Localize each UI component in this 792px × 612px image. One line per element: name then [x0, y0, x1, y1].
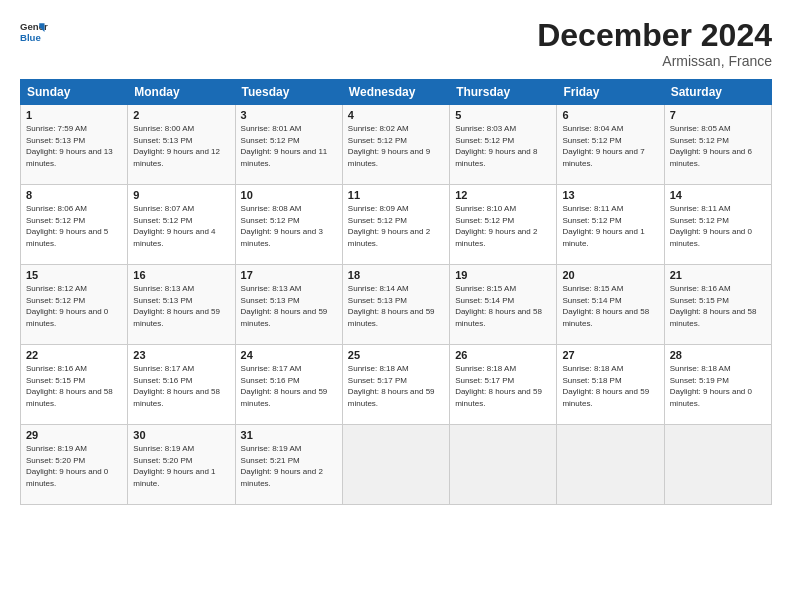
header-row: Sunday Monday Tuesday Wednesday Thursday…: [21, 80, 772, 105]
day-info: Sunrise: 8:09 AMSunset: 5:12 PMDaylight:…: [348, 203, 444, 249]
table-cell: [557, 425, 664, 505]
logo: General Blue: [20, 18, 48, 46]
day-number: 10: [241, 189, 337, 201]
table-cell: 22Sunrise: 8:16 AMSunset: 5:15 PMDayligh…: [21, 345, 128, 425]
day-info: Sunrise: 8:15 AMSunset: 5:14 PMDaylight:…: [455, 283, 551, 329]
month-title: December 2024: [537, 18, 772, 53]
day-info: Sunrise: 8:19 AMSunset: 5:20 PMDaylight:…: [26, 443, 122, 489]
day-number: 23: [133, 349, 229, 361]
day-number: 4: [348, 109, 444, 121]
day-number: 24: [241, 349, 337, 361]
col-friday: Friday: [557, 80, 664, 105]
table-cell: 31Sunrise: 8:19 AMSunset: 5:21 PMDayligh…: [235, 425, 342, 505]
table-cell: 27Sunrise: 8:18 AMSunset: 5:18 PMDayligh…: [557, 345, 664, 425]
table-cell: 15Sunrise: 8:12 AMSunset: 5:12 PMDayligh…: [21, 265, 128, 345]
day-info: Sunrise: 8:00 AMSunset: 5:13 PMDaylight:…: [133, 123, 229, 169]
day-number: 12: [455, 189, 551, 201]
table-cell: [342, 425, 449, 505]
day-number: 19: [455, 269, 551, 281]
table-cell: 2Sunrise: 8:00 AMSunset: 5:13 PMDaylight…: [128, 105, 235, 185]
day-number: 28: [670, 349, 766, 361]
col-thursday: Thursday: [450, 80, 557, 105]
table-cell: 19Sunrise: 8:15 AMSunset: 5:14 PMDayligh…: [450, 265, 557, 345]
title-block: December 2024 Armissan, France: [537, 18, 772, 69]
day-info: Sunrise: 8:02 AMSunset: 5:12 PMDaylight:…: [348, 123, 444, 169]
table-cell: 24Sunrise: 8:17 AMSunset: 5:16 PMDayligh…: [235, 345, 342, 425]
table-cell: 28Sunrise: 8:18 AMSunset: 5:19 PMDayligh…: [664, 345, 771, 425]
day-info: Sunrise: 8:13 AMSunset: 5:13 PMDaylight:…: [241, 283, 337, 329]
day-number: 11: [348, 189, 444, 201]
day-info: Sunrise: 8:16 AMSunset: 5:15 PMDaylight:…: [670, 283, 766, 329]
day-info: Sunrise: 8:10 AMSunset: 5:12 PMDaylight:…: [455, 203, 551, 249]
table-cell: [450, 425, 557, 505]
day-info: Sunrise: 8:08 AMSunset: 5:12 PMDaylight:…: [241, 203, 337, 249]
day-number: 2: [133, 109, 229, 121]
day-info: Sunrise: 8:18 AMSunset: 5:18 PMDaylight:…: [562, 363, 658, 409]
col-wednesday: Wednesday: [342, 80, 449, 105]
day-info: Sunrise: 8:14 AMSunset: 5:13 PMDaylight:…: [348, 283, 444, 329]
day-info: Sunrise: 8:15 AMSunset: 5:14 PMDaylight:…: [562, 283, 658, 329]
day-info: Sunrise: 8:11 AMSunset: 5:12 PMDaylight:…: [562, 203, 658, 249]
day-number: 15: [26, 269, 122, 281]
table-cell: 14Sunrise: 8:11 AMSunset: 5:12 PMDayligh…: [664, 185, 771, 265]
table-row: 8Sunrise: 8:06 AMSunset: 5:12 PMDaylight…: [21, 185, 772, 265]
day-info: Sunrise: 8:16 AMSunset: 5:15 PMDaylight:…: [26, 363, 122, 409]
day-number: 8: [26, 189, 122, 201]
day-number: 17: [241, 269, 337, 281]
table-cell: 17Sunrise: 8:13 AMSunset: 5:13 PMDayligh…: [235, 265, 342, 345]
day-info: Sunrise: 8:04 AMSunset: 5:12 PMDaylight:…: [562, 123, 658, 169]
day-info: Sunrise: 8:13 AMSunset: 5:13 PMDaylight:…: [133, 283, 229, 329]
day-number: 9: [133, 189, 229, 201]
table-cell: 5Sunrise: 8:03 AMSunset: 5:12 PMDaylight…: [450, 105, 557, 185]
table-cell: [664, 425, 771, 505]
table-cell: 13Sunrise: 8:11 AMSunset: 5:12 PMDayligh…: [557, 185, 664, 265]
day-number: 26: [455, 349, 551, 361]
day-info: Sunrise: 8:18 AMSunset: 5:17 PMDaylight:…: [348, 363, 444, 409]
day-info: Sunrise: 8:11 AMSunset: 5:12 PMDaylight:…: [670, 203, 766, 249]
table-cell: 4Sunrise: 8:02 AMSunset: 5:12 PMDaylight…: [342, 105, 449, 185]
table-cell: 10Sunrise: 8:08 AMSunset: 5:12 PMDayligh…: [235, 185, 342, 265]
day-number: 20: [562, 269, 658, 281]
table-cell: 7Sunrise: 8:05 AMSunset: 5:12 PMDaylight…: [664, 105, 771, 185]
day-info: Sunrise: 8:17 AMSunset: 5:16 PMDaylight:…: [241, 363, 337, 409]
day-info: Sunrise: 8:17 AMSunset: 5:16 PMDaylight:…: [133, 363, 229, 409]
table-cell: 11Sunrise: 8:09 AMSunset: 5:12 PMDayligh…: [342, 185, 449, 265]
day-number: 29: [26, 429, 122, 441]
table-row: 22Sunrise: 8:16 AMSunset: 5:15 PMDayligh…: [21, 345, 772, 425]
day-number: 18: [348, 269, 444, 281]
table-cell: 6Sunrise: 8:04 AMSunset: 5:12 PMDaylight…: [557, 105, 664, 185]
day-number: 1: [26, 109, 122, 121]
day-number: 30: [133, 429, 229, 441]
table-cell: 26Sunrise: 8:18 AMSunset: 5:17 PMDayligh…: [450, 345, 557, 425]
table-cell: 29Sunrise: 8:19 AMSunset: 5:20 PMDayligh…: [21, 425, 128, 505]
col-saturday: Saturday: [664, 80, 771, 105]
table-cell: 21Sunrise: 8:16 AMSunset: 5:15 PMDayligh…: [664, 265, 771, 345]
day-info: Sunrise: 8:18 AMSunset: 5:17 PMDaylight:…: [455, 363, 551, 409]
table-cell: 8Sunrise: 8:06 AMSunset: 5:12 PMDaylight…: [21, 185, 128, 265]
table-cell: 12Sunrise: 8:10 AMSunset: 5:12 PMDayligh…: [450, 185, 557, 265]
day-number: 27: [562, 349, 658, 361]
day-number: 14: [670, 189, 766, 201]
day-info: Sunrise: 8:12 AMSunset: 5:12 PMDaylight:…: [26, 283, 122, 329]
calendar-table: Sunday Monday Tuesday Wednesday Thursday…: [20, 79, 772, 505]
table-cell: 23Sunrise: 8:17 AMSunset: 5:16 PMDayligh…: [128, 345, 235, 425]
day-number: 22: [26, 349, 122, 361]
table-cell: 18Sunrise: 8:14 AMSunset: 5:13 PMDayligh…: [342, 265, 449, 345]
day-number: 7: [670, 109, 766, 121]
day-number: 5: [455, 109, 551, 121]
logo-icon: General Blue: [20, 18, 48, 46]
day-info: Sunrise: 8:01 AMSunset: 5:12 PMDaylight:…: [241, 123, 337, 169]
table-cell: 20Sunrise: 8:15 AMSunset: 5:14 PMDayligh…: [557, 265, 664, 345]
day-info: Sunrise: 7:59 AMSunset: 5:13 PMDaylight:…: [26, 123, 122, 169]
location: Armissan, France: [537, 53, 772, 69]
table-cell: 3Sunrise: 8:01 AMSunset: 5:12 PMDaylight…: [235, 105, 342, 185]
day-info: Sunrise: 8:05 AMSunset: 5:12 PMDaylight:…: [670, 123, 766, 169]
col-sunday: Sunday: [21, 80, 128, 105]
table-cell: 16Sunrise: 8:13 AMSunset: 5:13 PMDayligh…: [128, 265, 235, 345]
table-cell: 1Sunrise: 7:59 AMSunset: 5:13 PMDaylight…: [21, 105, 128, 185]
table-cell: 30Sunrise: 8:19 AMSunset: 5:20 PMDayligh…: [128, 425, 235, 505]
header: General Blue December 2024 Armissan, Fra…: [20, 18, 772, 69]
table-cell: 9Sunrise: 8:07 AMSunset: 5:12 PMDaylight…: [128, 185, 235, 265]
day-info: Sunrise: 8:19 AMSunset: 5:21 PMDaylight:…: [241, 443, 337, 489]
table-row: 1Sunrise: 7:59 AMSunset: 5:13 PMDaylight…: [21, 105, 772, 185]
